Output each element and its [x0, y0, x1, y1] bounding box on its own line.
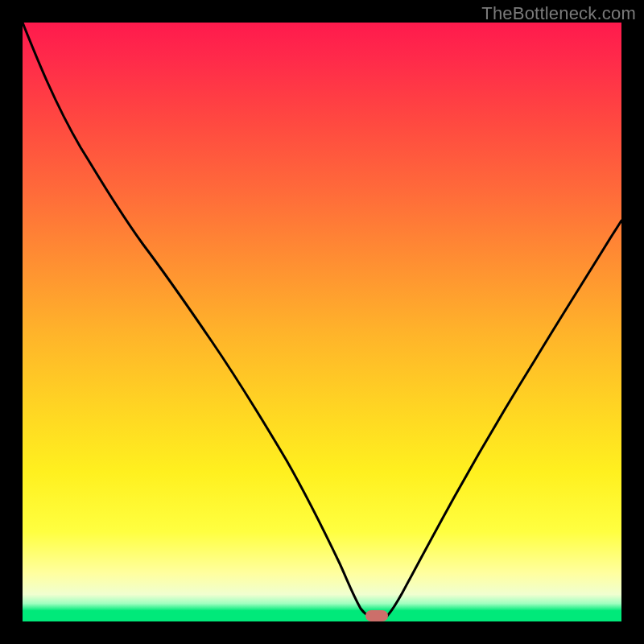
- plot-area: [23, 23, 621, 621]
- watermark-text: TheBottleneck.com: [481, 3, 636, 24]
- bottleneck-curve: [23, 23, 621, 621]
- chart-frame: TheBottleneck.com: [0, 0, 644, 644]
- minimum-marker: [365, 610, 388, 621]
